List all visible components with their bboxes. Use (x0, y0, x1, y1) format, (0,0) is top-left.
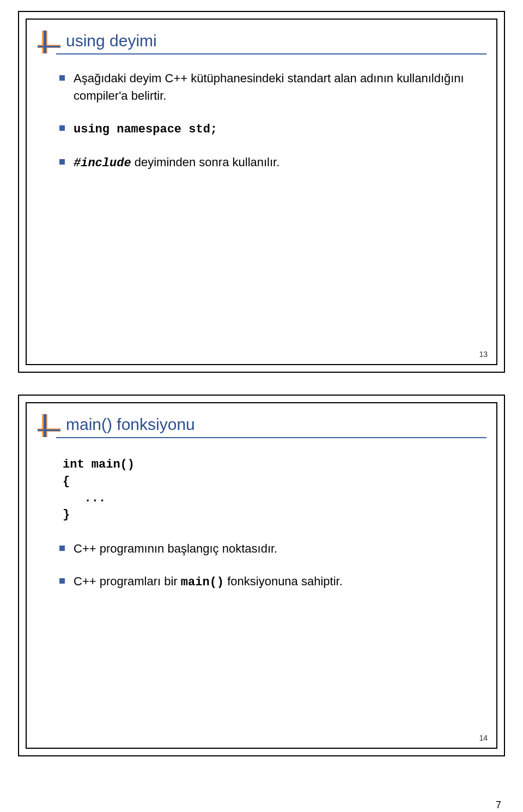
bullet-text: deyiminden sonra kullanılır. (131, 155, 280, 169)
code-text: using namespace std; (74, 123, 217, 136)
title-underline (56, 437, 486, 438)
square-bullet-icon (59, 546, 65, 551)
title-underline (56, 53, 486, 54)
slide-1-title-wrap: using deyimi (27, 20, 496, 53)
square-bullet-icon (59, 578, 65, 584)
slide-number: 14 (479, 734, 488, 742)
slide-2-content: int main() { ... } C++ programının başla… (27, 437, 496, 617)
slide-1-title: using deyimi (66, 32, 480, 50)
square-bullet-icon (59, 159, 65, 165)
slide-2-title-wrap: main() fonksiyonu (27, 403, 496, 437)
square-bullet-icon (59, 75, 65, 81)
bullet-text-prefix: C++ programları bir (74, 574, 181, 588)
square-bullet-icon (59, 125, 65, 131)
bullet-item: Aşağıdaki deyim C++ kütüphanesindeki sta… (59, 70, 469, 105)
page-number: 7 (496, 799, 501, 811)
slide-2-outer: main() fonksiyonu int main() { ... } C++… (18, 395, 505, 756)
code-text: #include (74, 156, 131, 170)
title-bullet-icon (38, 414, 60, 437)
slide-2-title: main() fonksiyonu (66, 415, 480, 434)
slide-1-outer: using deyimi Aşağıdaki deyim C++ kütüpha… (18, 11, 505, 373)
bullet-item: #include deyiminden sonra kullanılır. (59, 154, 469, 172)
code-text: main() (181, 575, 224, 589)
page: using deyimi Aşağıdaki deyim C++ kütüpha… (0, 11, 523, 812)
bullet-item: C++ programları bir main() fonksiyonuna … (59, 573, 469, 591)
slide-2-inner: main() fonksiyonu int main() { ... } C++… (26, 402, 497, 749)
bullet-text: C++ programının başlangıç noktasıdır. (74, 542, 277, 555)
title-bullet-icon (38, 31, 60, 53)
bullet-item: using namespace std; (59, 120, 469, 138)
code-block: int main() { ... } (63, 457, 469, 524)
slide-1-content: Aşağıdaki deyim C++ kütüphanesindeki sta… (27, 53, 496, 198)
slide-number: 13 (479, 350, 488, 359)
bullet-text: Aşağıdaki deyim C++ kütüphanesindeki sta… (74, 71, 464, 102)
slide-1-inner: using deyimi Aşağıdaki deyim C++ kütüpha… (26, 19, 497, 365)
bullet-text-suffix: fonksiyonuna sahiptir. (224, 574, 343, 588)
bullet-item: C++ programının başlangıç noktasıdır. (59, 540, 469, 558)
